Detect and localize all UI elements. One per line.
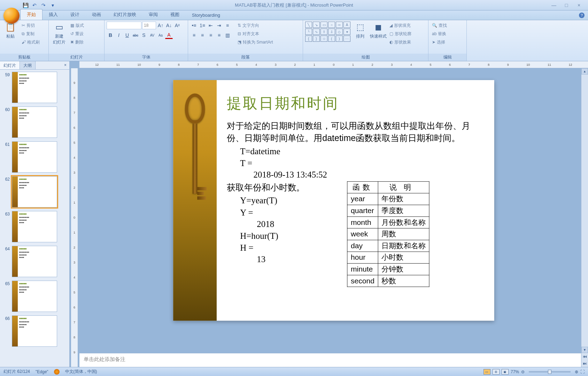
font-family-combo[interactable] bbox=[107, 22, 141, 29]
thumbnail[interactable]: ■■■■■■■■■■■■■■■■■■■■■■■ bbox=[12, 107, 57, 138]
zoom-out-button[interactable]: ⊖ bbox=[521, 369, 525, 374]
bullets-button[interactable]: •≡ bbox=[190, 22, 198, 29]
align-left-button[interactable]: ≡ bbox=[190, 31, 198, 39]
paste-button[interactable]: 📋 粘贴 bbox=[2, 22, 19, 39]
slideshow-view-button[interactable]: ▣ bbox=[502, 369, 509, 375]
shape-line-icon[interactable]: ╲ bbox=[305, 22, 312, 28]
thumbnail[interactable]: ■■■■■■■■■■■■■■■■■■■■■■■ bbox=[12, 281, 57, 312]
notes-pane[interactable]: 单击此处添加备注 bbox=[79, 353, 588, 367]
help-button[interactable]: ? bbox=[579, 13, 585, 18]
font-color-button[interactable]: A bbox=[165, 31, 173, 39]
language-label[interactable]: 中文(简体，中国) bbox=[65, 369, 97, 375]
fit-window-button[interactable]: ⛶ bbox=[580, 369, 585, 374]
next-slide-button[interactable]: ⏭ bbox=[581, 360, 588, 367]
shape-text-icon[interactable]: A bbox=[343, 22, 350, 28]
close-panel-button[interactable]: × bbox=[61, 61, 69, 69]
columns-button[interactable]: ▥ bbox=[224, 31, 231, 39]
thumbnail-row[interactable]: 64■■■■■■■■■■■■■■■■■■■■■■■ bbox=[2, 246, 67, 277]
office-button[interactable] bbox=[3, 8, 20, 24]
thumbnail-row[interactable]: 65■■■■■■■■■■■■■■■■■■■■■■■ bbox=[2, 281, 67, 312]
cut-button[interactable]: ✂剪切 bbox=[20, 22, 41, 29]
shape-paren2-icon[interactable]: ) bbox=[336, 36, 343, 42]
underline-button[interactable]: U bbox=[123, 31, 131, 39]
shape-arrow2-icon[interactable]: ⇨ bbox=[336, 22, 343, 28]
justify-button[interactable]: ≡ bbox=[215, 31, 223, 39]
replace-button[interactable]: ab替换 bbox=[431, 30, 448, 38]
thumbnail-list[interactable]: 59■■■■■■■■■■■■■■■■■■■■■■■60■■■■■■■■■■■■■… bbox=[0, 70, 69, 367]
arrange-button[interactable]: ⬚ 排列 bbox=[352, 22, 369, 39]
indent-inc-button[interactable]: ⇥ bbox=[215, 22, 223, 29]
prev-slide-button[interactable]: ⏮ bbox=[581, 353, 588, 360]
quick-styles-button[interactable]: ◼ 快速样式 bbox=[370, 22, 387, 39]
convert-smartart-button[interactable]: ⬔转换为 SmartArt bbox=[236, 38, 274, 46]
bold-button[interactable]: B bbox=[107, 31, 114, 39]
qat-dropdown[interactable]: ▾ bbox=[49, 1, 56, 9]
zoom-in-button[interactable]: ⊕ bbox=[575, 369, 578, 374]
copy-button[interactable]: ⧉复制 bbox=[20, 30, 41, 38]
align-center-button[interactable]: ≡ bbox=[199, 31, 206, 39]
shape-rect-icon[interactable]: ▭ bbox=[320, 22, 327, 28]
align-text-button[interactable]: ⊟对齐文本 bbox=[236, 30, 274, 38]
shape-more-icon[interactable]: ▾ bbox=[343, 29, 350, 35]
shape-arrow-icon[interactable]: ↘ bbox=[313, 22, 320, 28]
thumbnail-row[interactable]: 62■■■■■■■■■■■■■■■■■■■■■■■ bbox=[2, 176, 67, 207]
clear-format-button[interactable]: Aᵡ bbox=[173, 22, 181, 29]
thumbnail-row[interactable]: 59■■■■■■■■■■■■■■■■■■■■■■■ bbox=[2, 72, 67, 103]
format-painter-button[interactable]: 🖌格式刷 bbox=[20, 38, 41, 46]
shapes-gallery[interactable]: ╲↘▭○⇨A └∿⇧⇩◇▾ {}☆()⋯ bbox=[305, 22, 350, 42]
new-slide-button[interactable]: ▭ 新建 幻灯片 bbox=[51, 22, 68, 45]
thumbnail-row[interactable]: 63■■■■■■■■■■■■■■■■■■■■■■■ bbox=[2, 211, 67, 242]
italic-button[interactable]: I bbox=[115, 31, 123, 39]
sorter-view-button[interactable]: ⊞ bbox=[493, 369, 500, 375]
canvas-area[interactable]: 提取日期和时间 对于给定的日期时间数组，可以用函数从数组中提取出年份、月份、日期… bbox=[79, 68, 588, 353]
tab-storyboarding[interactable]: Storyboarding bbox=[186, 10, 226, 20]
close-button[interactable]: × bbox=[574, 2, 584, 8]
minimize-button[interactable]: — bbox=[549, 2, 559, 8]
thumbnail-row[interactable]: 61■■■■■■■■■■■■■■■■■■■■■■■ bbox=[2, 141, 67, 173]
slide-canvas[interactable]: 提取日期和时间 对于给定的日期时间数组，可以用函数从数组中提取出年份、月份、日期… bbox=[173, 80, 494, 321]
shadow-button[interactable]: S bbox=[140, 31, 148, 39]
scroll-down-button[interactable]: ▼ bbox=[581, 347, 588, 353]
case-button[interactable]: Aa bbox=[157, 31, 164, 39]
tab-review[interactable]: 审阅 bbox=[142, 9, 164, 20]
shape-star-icon[interactable]: ☆ bbox=[320, 36, 327, 42]
tab-view[interactable]: 视图 bbox=[164, 9, 186, 20]
font-size-combo[interactable]: 18 bbox=[142, 22, 156, 29]
shape-paren-icon[interactable]: ( bbox=[328, 36, 335, 42]
thumbnail-row[interactable]: 60■■■■■■■■■■■■■■■■■■■■■■■ bbox=[2, 107, 67, 138]
shape-brace-icon[interactable]: { bbox=[305, 36, 312, 42]
thumbnail[interactable]: ■■■■■■■■■■■■■■■■■■■■■■■ bbox=[12, 315, 57, 347]
undo-button[interactable]: ↶ bbox=[31, 1, 38, 9]
thumbnail[interactable]: ■■■■■■■■■■■■■■■■■■■■■■■ bbox=[12, 246, 57, 277]
shape-arrow3-icon[interactable]: ⇧ bbox=[320, 29, 327, 35]
find-button[interactable]: 🔍查找 bbox=[431, 22, 448, 29]
select-button[interactable]: ➤选择 bbox=[431, 38, 448, 46]
line-spacing-button[interactable]: ≡ bbox=[224, 22, 231, 29]
shape-outline-button[interactable]: ▢形状轮廓 bbox=[388, 30, 413, 38]
numbering-button[interactable]: 1≡ bbox=[199, 22, 206, 29]
layout-button[interactable]: ▦版式 bbox=[69, 22, 85, 29]
shape-arrow4-icon[interactable]: ⇩ bbox=[328, 29, 335, 35]
tab-slides[interactable]: 幻灯片 bbox=[0, 61, 20, 69]
decrease-font-button[interactable]: A↓ bbox=[165, 22, 173, 29]
tab-animations[interactable]: 动画 bbox=[86, 9, 107, 20]
shape-curve-icon[interactable]: ∿ bbox=[313, 29, 320, 35]
text-direction-button[interactable]: ⇅文字方向 bbox=[236, 22, 274, 29]
zoom-thumb[interactable] bbox=[548, 370, 551, 374]
scroll-up-button[interactable]: ▲ bbox=[581, 68, 588, 75]
shape-diamond-icon[interactable]: ◇ bbox=[336, 29, 343, 35]
thumbnail[interactable]: ■■■■■■■■■■■■■■■■■■■■■■■ bbox=[12, 211, 57, 242]
tab-design[interactable]: 设计 bbox=[64, 9, 86, 20]
shape-effects-button[interactable]: ◐形状效果 bbox=[388, 38, 413, 46]
thumbnail[interactable]: ■■■■■■■■■■■■■■■■■■■■■■■ bbox=[12, 72, 57, 103]
zoom-slider[interactable] bbox=[529, 371, 571, 373]
redo-button[interactable]: ↷ bbox=[40, 1, 47, 9]
delete-button[interactable]: ✖删除 bbox=[69, 38, 85, 46]
tab-slideshow[interactable]: 幻灯片放映 bbox=[107, 9, 142, 20]
indent-dec-button[interactable]: ⇤ bbox=[207, 22, 215, 29]
thumbnail-row[interactable]: 66■■■■■■■■■■■■■■■■■■■■■■■ bbox=[2, 315, 67, 347]
thumbnail[interactable]: ■■■■■■■■■■■■■■■■■■■■■■■ bbox=[12, 141, 57, 173]
strike-button[interactable]: abc bbox=[132, 31, 139, 39]
tab-outline[interactable]: 大纲 bbox=[20, 61, 36, 69]
shape-oval-icon[interactable]: ○ bbox=[328, 22, 335, 28]
